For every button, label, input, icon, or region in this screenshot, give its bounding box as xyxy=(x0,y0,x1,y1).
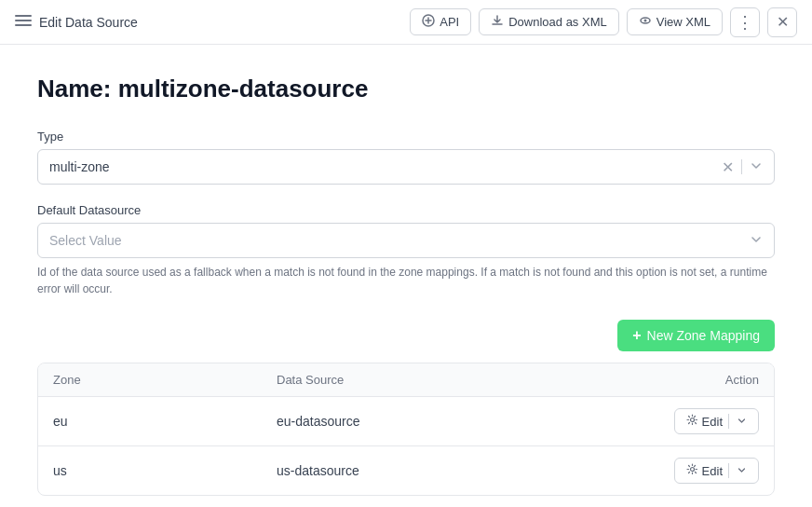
svg-point-7 xyxy=(690,468,694,472)
type-field-group: Type multi-zone ✕ xyxy=(37,130,775,185)
svg-rect-2 xyxy=(15,24,32,26)
edit-label-eu: Edit xyxy=(702,415,723,429)
action-cell-us: Edit xyxy=(647,458,759,484)
view-xml-button[interactable]: View XML xyxy=(627,8,723,35)
api-icon xyxy=(422,14,435,30)
download-xml-label: Download as XML xyxy=(508,15,607,29)
type-select-icons: ✕ xyxy=(722,158,763,176)
top-bar-left: Edit Data Source xyxy=(15,12,138,33)
type-label: Type xyxy=(37,130,775,144)
default-datasource-helper: Id of the data source used as a fallback… xyxy=(37,264,775,297)
table-header-zone: Zone xyxy=(53,373,277,387)
zone-table: Zone Data Source Action eu eu-datasource… xyxy=(37,363,775,496)
gear-icon xyxy=(686,414,698,429)
edit-chevron-us xyxy=(733,464,747,478)
chevron-down-icon xyxy=(750,159,763,175)
new-zone-mapping-label: New Zone Mapping xyxy=(647,328,760,343)
topbar-title: Edit Data Source xyxy=(39,15,138,30)
edit-left-eu: Edit xyxy=(686,414,729,429)
edit-left-us: Edit xyxy=(686,463,729,478)
default-datasource-field-group: Default Datasource Select Value Id of th… xyxy=(37,203,775,297)
edit-button-us[interactable]: Edit xyxy=(674,458,759,484)
svg-point-5 xyxy=(643,20,646,22)
download-xml-button[interactable]: Download as XML xyxy=(479,8,619,35)
main-content: Name: multizone-datasource Type multi-zo… xyxy=(0,45,812,507)
zone-cell-us: us xyxy=(53,463,277,478)
svg-point-6 xyxy=(690,418,694,422)
default-datasource-select-icons xyxy=(750,233,763,249)
svg-rect-0 xyxy=(15,15,32,17)
type-select-value: multi-zone xyxy=(49,159,110,174)
top-bar: Edit Data Source API Download as XML Vie… xyxy=(0,0,812,45)
edit-chevron-eu xyxy=(733,415,747,429)
plus-icon: + xyxy=(632,327,641,344)
edit-label-us: Edit xyxy=(702,464,723,478)
table-row: us us-datasource Edit xyxy=(38,446,774,495)
view-xml-label: View XML xyxy=(656,15,710,29)
datasource-cell-us: us-datasource xyxy=(277,463,647,478)
datasource-cell-eu: eu-datasource xyxy=(277,414,647,429)
default-datasource-select[interactable]: Select Value xyxy=(37,223,775,258)
zone-actions: + New Zone Mapping xyxy=(37,320,775,351)
page-title: Name: multizone-datasource xyxy=(37,75,775,103)
top-bar-actions: API Download as XML View XML ⋮ ✕ xyxy=(410,7,797,37)
default-datasource-label: Default Datasource xyxy=(37,203,775,217)
table-header-datasource: Data Source xyxy=(277,373,647,387)
select-divider xyxy=(741,159,742,174)
close-icon: ✕ xyxy=(777,13,789,31)
eye-icon xyxy=(639,14,652,30)
clear-icon[interactable]: ✕ xyxy=(722,158,734,176)
new-zone-mapping-button[interactable]: + New Zone Mapping xyxy=(617,320,775,351)
close-button[interactable]: ✕ xyxy=(767,7,797,37)
api-label: API xyxy=(440,15,459,29)
table-row: eu eu-datasource Edit xyxy=(38,397,774,446)
type-select[interactable]: multi-zone ✕ xyxy=(37,149,775,185)
gear-icon xyxy=(686,463,698,478)
action-cell-eu: Edit xyxy=(647,408,759,434)
table-header: Zone Data Source Action xyxy=(38,363,774,397)
ellipsis-icon: ⋮ xyxy=(737,12,754,33)
default-datasource-placeholder: Select Value xyxy=(49,233,122,248)
api-button[interactable]: API xyxy=(410,8,471,35)
layers-icon xyxy=(15,12,32,33)
download-icon xyxy=(491,14,504,30)
zone-cell-eu: eu xyxy=(53,414,277,429)
edit-button-eu[interactable]: Edit xyxy=(674,408,759,434)
table-header-action: Action xyxy=(647,373,759,387)
chevron-down-icon xyxy=(750,233,763,249)
svg-rect-1 xyxy=(15,20,32,21)
more-options-button[interactable]: ⋮ xyxy=(730,7,760,37)
